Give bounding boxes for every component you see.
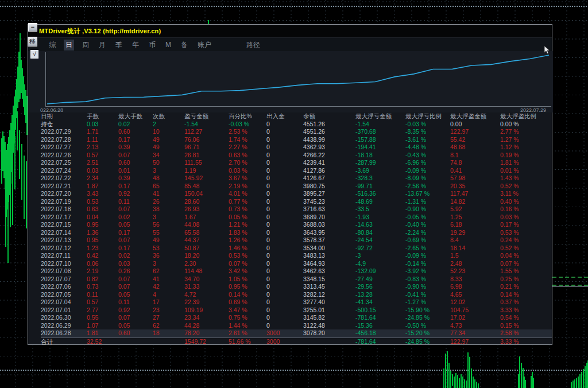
tab-综[interactable]: 综	[47, 40, 57, 51]
cell: 2022.07.10	[41, 260, 87, 268]
tab-币[interactable]: 币	[147, 40, 157, 51]
panel-titlebar[interactable]: MTDriver统计 ,V3.12 (http://mtdriver.cn)	[28, 25, 552, 38]
cell: -3.92 %	[405, 267, 450, 276]
column-header: 最大浮盈金额	[450, 112, 500, 121]
cell: -14.63	[355, 221, 405, 229]
cell: 0.02	[118, 121, 153, 129]
table-row: 2022.07.082.190.2662114.483.42 %03462.63…	[41, 267, 552, 276]
cell: 55	[153, 229, 184, 237]
cell: 18	[153, 329, 184, 337]
tab-账户[interactable]: 账户	[196, 40, 213, 51]
confirm-button[interactable]: √	[30, 50, 38, 59]
table-row: 2022.07.240.030.0131.190.03 %04127.86-3.…	[41, 167, 552, 175]
cell: 0.77 %	[229, 198, 266, 206]
cell: 3.33 %	[500, 338, 552, 346]
tab-年[interactable]: 年	[130, 40, 141, 51]
cell: -15.20 %	[405, 329, 450, 337]
tab-日[interactable]: 日	[64, 40, 74, 51]
cell: 44.28	[184, 322, 229, 330]
column-header: 百分比%	[229, 112, 266, 121]
cell: 2022.07.12	[41, 245, 87, 253]
cell: -0.69 %	[405, 236, 450, 245]
cell: 4.73	[450, 322, 500, 330]
cell: 0	[266, 159, 303, 167]
cell: 0.05 %	[229, 214, 266, 222]
table-row: 2022.07.252.510.6050111.552.70 %04239.41…	[41, 159, 552, 167]
cell: 0.75 %	[229, 314, 266, 322]
minimize-button[interactable]: −	[28, 23, 37, 32]
cell: 4239.41	[303, 159, 355, 167]
move-button[interactable]: 移	[28, 37, 37, 46]
cell: 2022.06.30	[41, 314, 87, 322]
cell: -500.15	[355, 306, 405, 315]
cell: 2022.07.20	[41, 190, 87, 198]
cell: 0.04 %	[500, 252, 552, 260]
cell: 74.8	[450, 159, 500, 167]
column-header: 余额	[303, 112, 355, 121]
cell: 2022.07.08	[41, 267, 87, 276]
cell: 持仓	[41, 121, 87, 129]
cell: 0	[266, 291, 303, 299]
cell: 0.17	[118, 136, 153, 144]
stats-panel: MTDriver统计 ,V3.12 (http://mtdriver.cn) 综…	[28, 24, 552, 345]
tab-月[interactable]: 月	[97, 40, 107, 51]
cell: 1.46 %	[229, 245, 266, 253]
cell: 38	[153, 205, 184, 214]
cell: 3462.63	[303, 267, 355, 276]
cell: 49	[153, 136, 184, 144]
cell: -0.03 %	[229, 121, 266, 129]
cell: 55.42	[450, 136, 500, 144]
cell: 0.95	[87, 221, 118, 229]
cell: 0	[266, 245, 303, 253]
cell: -0.40 %	[405, 221, 450, 229]
table-row: 2022.07.272.130.394996.712.27 %04362.93-…	[41, 143, 552, 152]
tab-周[interactable]: 周	[80, 40, 91, 51]
cell: 0.00 %	[500, 121, 552, 129]
cell: 3745.23	[303, 198, 355, 206]
cell: 0.57	[87, 298, 118, 306]
cell: 0.39	[118, 174, 153, 183]
cell: 18.20	[184, 252, 229, 260]
cell: -1.54	[355, 121, 405, 129]
cell: -0.09 %	[405, 252, 450, 260]
cell: 26	[153, 198, 184, 206]
cell: 0.92	[118, 306, 153, 315]
cell: -781.64	[355, 314, 405, 322]
tab-路径[interactable]: 路径	[245, 40, 262, 51]
cell: 3122.48	[303, 322, 355, 330]
table-row: 2022.07.150.950.055644.081.21 %03688.03-…	[41, 221, 552, 229]
cell	[303, 338, 355, 346]
cell: 0.95 %	[229, 283, 266, 291]
cell: 0.02	[118, 214, 153, 222]
cell: 3	[153, 214, 184, 222]
cell: 0.95	[87, 236, 118, 245]
cell: 8.33	[450, 276, 500, 284]
cell: 3255.01	[303, 306, 355, 315]
cell	[153, 338, 184, 346]
tab-bar: 综日周月季年币M备账户路径	[28, 38, 552, 52]
cell: 4126.67	[303, 174, 355, 183]
cell: 3716.63	[303, 205, 355, 214]
cell: 0.40 %	[500, 198, 552, 206]
cell: 34	[153, 152, 184, 160]
cell: 0.14 %	[229, 291, 266, 299]
cell: -27.49	[355, 276, 405, 284]
tab-季[interactable]: 季	[114, 40, 124, 51]
table-row: 2022.07.100.060.0332.300.07 %03464.93-4.…	[41, 260, 552, 268]
table-row: 2022.07.291.710.6010112.272.53 %04551.26…	[41, 128, 552, 136]
cell: 3282.12	[303, 291, 355, 299]
cell: 26.81	[184, 152, 229, 160]
cell: 2022.07.07	[41, 276, 87, 284]
cell: 3578.37	[303, 236, 355, 245]
cell: -3.69	[355, 167, 405, 175]
cell: 77.34	[450, 329, 500, 337]
cell: 0.07 %	[229, 260, 266, 268]
cell: -15.36	[355, 322, 405, 330]
tab-M[interactable]: M	[164, 40, 173, 49]
cell	[118, 338, 153, 346]
cell: 2022.07.24	[41, 167, 87, 175]
cell: 1.74 %	[229, 136, 266, 144]
cell: -4.9	[355, 260, 405, 268]
tab-备[interactable]: 备	[179, 40, 189, 51]
cell: 2.53 %	[229, 128, 266, 136]
